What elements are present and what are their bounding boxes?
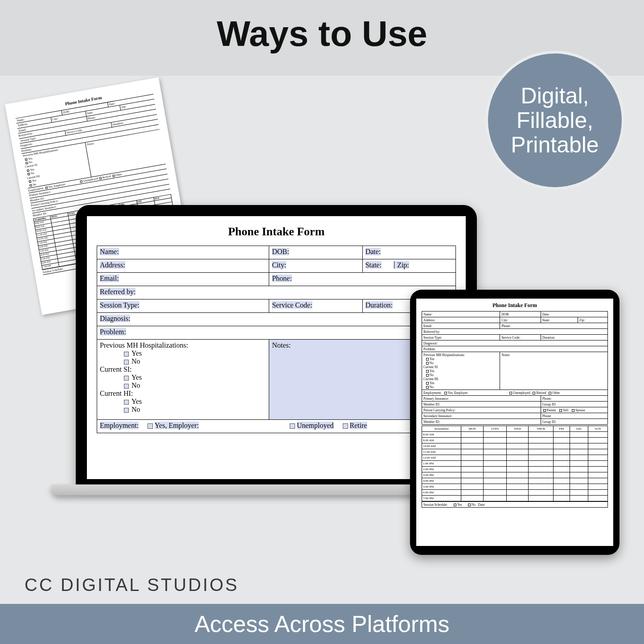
l-session[interactable]: Session Type: xyxy=(100,301,139,309)
badge-line1: Digital, xyxy=(521,83,589,108)
checkbox-icon[interactable] xyxy=(426,370,429,373)
checkbox-icon[interactable] xyxy=(509,392,512,394)
t-member[interactable]: Member ID: xyxy=(422,402,541,407)
l-notes[interactable]: Notes: xyxy=(272,341,291,349)
checkbox-icon[interactable] xyxy=(426,382,429,385)
l-dob[interactable]: DOB: xyxy=(272,248,289,255)
t-sec-phone[interactable]: Phone: xyxy=(541,413,607,419)
laptop-screen: Phone Intake Form Name: DOB: Date: Addre… xyxy=(87,216,466,479)
t-notes[interactable]: Notes: xyxy=(500,352,608,390)
footer-text: Access Across Platforms xyxy=(194,611,449,637)
t-city[interactable]: City: xyxy=(500,317,541,323)
checkbox-icon[interactable] xyxy=(549,392,551,394)
checkbox-icon[interactable] xyxy=(426,358,429,361)
t-diagnosis[interactable]: Diagnosis: xyxy=(422,340,608,346)
feature-badge: Digital, Fillable, Printable xyxy=(488,53,622,187)
t-primary-ins[interactable]: Primary Insurance: xyxy=(422,396,541,402)
t-date[interactable]: Date: xyxy=(541,312,607,317)
t-name[interactable]: Name: xyxy=(422,312,500,317)
tablet-schedule: AvailabilityMONTUESWEDTHURFRISATSUN8:00 … xyxy=(422,426,608,501)
t-mh-block: Previous MH Hospitalizations: Yes No Cur… xyxy=(422,352,500,390)
checkbox-icon[interactable] xyxy=(454,504,456,506)
t-session-schedule: Session Schedule: Yes No Date: xyxy=(422,502,608,508)
checkbox-icon[interactable] xyxy=(426,386,429,389)
checkbox-icon[interactable] xyxy=(343,423,348,429)
l-phone[interactable]: Phone: xyxy=(272,275,291,282)
tablet-screen: Phone Intake Form Name:DOB:Date: Address… xyxy=(416,299,613,546)
t-secondary[interactable]: Secondary Insurance: xyxy=(422,413,541,419)
l-referred[interactable]: Referred by: xyxy=(100,288,135,295)
l-service[interactable]: Service Code: xyxy=(272,301,312,309)
t-email[interactable]: Email: xyxy=(422,323,500,329)
checkbox-icon[interactable] xyxy=(559,409,562,412)
t-ins-phone[interactable]: Phone: xyxy=(541,396,607,402)
checkbox-icon[interactable] xyxy=(124,384,129,389)
t-group[interactable]: Group ID: xyxy=(541,402,607,407)
badge-line3: Printable xyxy=(511,132,599,157)
t-member2[interactable]: Member ID: xyxy=(422,419,541,425)
t-address[interactable]: Address: xyxy=(422,317,500,323)
l-duration[interactable]: Duration: xyxy=(365,301,393,309)
t-zip[interactable]: Zip: xyxy=(578,317,607,323)
checkbox-icon[interactable] xyxy=(543,409,546,412)
t-service[interactable]: Service Code: xyxy=(500,335,541,340)
t-duration[interactable]: Duration: xyxy=(541,335,607,340)
t-carrying[interactable]: Person Carrying Policy: xyxy=(422,407,541,413)
l-city[interactable]: City: xyxy=(272,261,286,269)
t-referred[interactable]: Referred by: xyxy=(422,329,608,335)
checkbox-icon[interactable] xyxy=(124,360,129,365)
l-name[interactable]: Name: xyxy=(100,248,119,255)
checkbox-icon[interactable] xyxy=(290,423,295,429)
l-employment-row: Employment: Yes, Employer: Unemployed Re… xyxy=(97,420,456,433)
checkbox-icon[interactable] xyxy=(124,376,129,381)
checkbox-icon[interactable] xyxy=(572,409,574,412)
checkbox-icon[interactable] xyxy=(124,400,129,405)
tablet-form-title: Phone Intake Form xyxy=(422,302,608,309)
t-dob[interactable]: DOB: xyxy=(500,312,541,317)
l-zip[interactable]: Zip: xyxy=(394,261,409,269)
tablet-mockup: Phone Intake Form Name:DOB:Date: Address… xyxy=(410,290,619,555)
t-carrying-opts: Patient Self Spouse xyxy=(541,407,607,413)
t-phone[interactable]: Phone: xyxy=(500,323,608,329)
page-title: Ways to Use xyxy=(0,13,644,54)
l-problem[interactable]: Problem: xyxy=(100,328,126,336)
t-problem[interactable]: Problem: xyxy=(422,346,608,352)
laptop-form-title: Phone Intake Form xyxy=(97,225,456,238)
checkbox-icon[interactable] xyxy=(533,392,535,394)
t-employment: Employment: Yes, Employer:Unemployed Ret… xyxy=(422,390,608,396)
l-address[interactable]: Address: xyxy=(100,261,125,269)
checkbox-icon[interactable] xyxy=(468,504,471,506)
checkbox-icon[interactable] xyxy=(148,423,153,429)
checkbox-icon[interactable] xyxy=(124,352,129,357)
checkbox-icon[interactable] xyxy=(124,408,129,413)
brand-label: CC DIGITAL STUDIOS xyxy=(25,575,239,595)
checkbox-icon[interactable] xyxy=(426,374,429,377)
l-mh-block: Previous MH Hospitalizations: Yes No Cur… xyxy=(97,340,269,420)
l-diagnosis[interactable]: Diagnosis: xyxy=(100,315,130,322)
checkbox-icon[interactable] xyxy=(444,392,447,394)
checkbox-icon[interactable] xyxy=(426,362,429,365)
badge-line2: Fillable, xyxy=(517,108,593,133)
t-state[interactable]: State: xyxy=(541,317,578,323)
l-email[interactable]: Email: xyxy=(100,275,119,282)
t-session[interactable]: Session Type: xyxy=(422,335,500,340)
l-state[interactable]: State: xyxy=(365,261,381,269)
l-date[interactable]: Date: xyxy=(365,248,381,255)
footer-bar: Access Across Platforms xyxy=(0,604,644,644)
t-group2[interactable]: Group ID: xyxy=(541,419,607,425)
